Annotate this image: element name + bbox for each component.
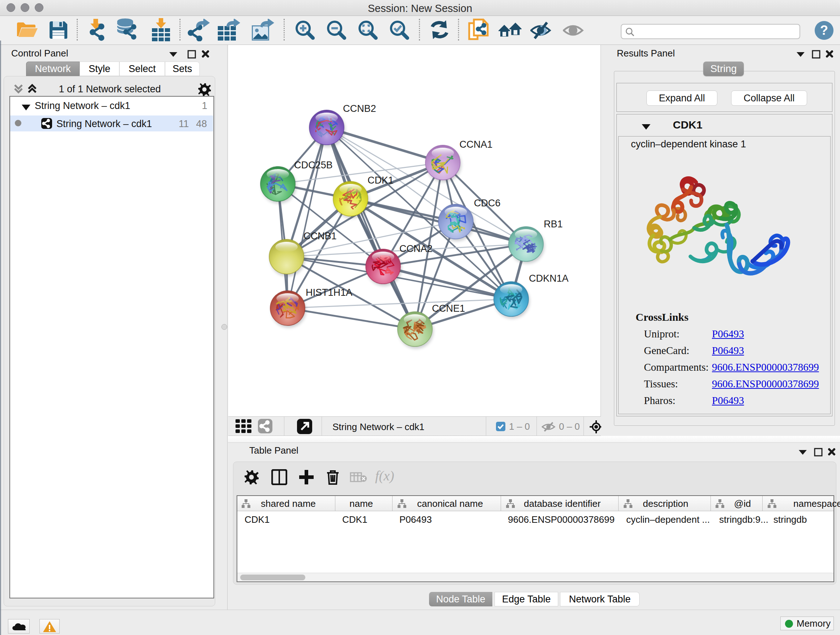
svg-text:RB1: RB1 [544, 219, 563, 230]
svg-text:CCNA2: CCNA2 [399, 243, 433, 254]
svg-text:CDC25B: CDC25B [294, 160, 333, 171]
svg-text:CDKN1A: CDKN1A [529, 273, 569, 284]
svg-text:CDC6: CDC6 [474, 198, 501, 209]
svg-text:CDK1: CDK1 [368, 175, 393, 186]
svg-text:CCNE1: CCNE1 [432, 303, 465, 314]
svg-text:CCNB1: CCNB1 [303, 231, 337, 241]
svg-text:HIST1H1A: HIST1H1A [306, 287, 352, 298]
svg-text:CCNB2: CCNB2 [343, 103, 376, 114]
svg-text:CCNA1: CCNA1 [459, 139, 493, 150]
